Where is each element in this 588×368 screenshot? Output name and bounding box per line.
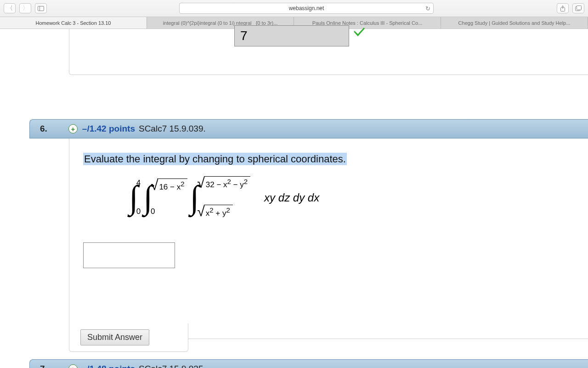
- question-number: 7.: [40, 364, 47, 368]
- question-6-body: Evaluate the integral by changing to sph…: [69, 138, 588, 339]
- outer-upper-limit: 4: [136, 178, 141, 188]
- share-button[interactable]: [557, 3, 569, 13]
- question-number: 6.: [40, 124, 47, 134]
- url-text: webassign.net: [289, 5, 324, 12]
- question-reference: SCalc7 15.9.035.: [139, 364, 206, 368]
- browser-toolbar: 〈 〉 webassign.net ↻: [0, 0, 588, 17]
- outer-lower-limit: 0: [136, 207, 141, 216]
- question-prompt: Evaluate the integral by changing to sph…: [83, 153, 347, 165]
- forward-button[interactable]: 〉: [19, 3, 31, 13]
- integral-expression: ∫ 4 0 ∫ √16 − x2 0 ∫: [129, 175, 574, 220]
- submit-answer-button[interactable]: Submit Answer: [80, 329, 149, 345]
- back-button[interactable]: 〈: [4, 3, 16, 13]
- sidebar-toggle-button[interactable]: [35, 3, 47, 13]
- tab-homework[interactable]: Homework Calc 3 - Section 13.10: [0, 17, 147, 29]
- middle-integral: ∫ √16 − x2 0: [143, 178, 187, 218]
- points-label: –/1.42 points: [82, 124, 135, 134]
- page-content: 7 6. + –/1.42 points SCalc7 15.9.039. Ev…: [0, 29, 588, 368]
- previous-answer-box[interactable]: 7: [234, 25, 349, 46]
- inner-lower-limit: √x2 + y2: [197, 205, 233, 218]
- reload-icon[interactable]: ↻: [425, 5, 430, 12]
- tab-chegg[interactable]: Chegg Study | Guided Solutions and Study…: [441, 17, 588, 29]
- question-6-header: 6. + –/1.42 points SCalc7 15.9.039.: [29, 119, 588, 138]
- correct-check-icon: [354, 27, 365, 39]
- question-reference: SCalc7 15.9.039.: [139, 124, 206, 134]
- question-7-header: 7. + –/1.48 points SCalc7 15.9.035.: [29, 359, 588, 368]
- tabs-button[interactable]: [572, 3, 584, 13]
- middle-lower-limit: 0: [151, 207, 155, 216]
- url-bar[interactable]: webassign.net ↻: [179, 3, 434, 14]
- inner-integral: ∫ √32 − x2 − y2 √x2 + y2: [190, 175, 251, 220]
- expand-button[interactable]: +: [68, 124, 78, 133]
- expand-button[interactable]: +: [68, 364, 78, 368]
- outer-integral: ∫ 4 0: [129, 178, 141, 218]
- browser-chrome: 〈 〉 webassign.net ↻ Homework Calc 3 - Se…: [0, 0, 588, 29]
- svg-marker-6: [354, 28, 365, 36]
- svg-rect-0: [38, 6, 44, 11]
- svg-rect-5: [577, 6, 582, 10]
- answer-input[interactable]: [83, 242, 175, 268]
- integrand: xy dz dy dx: [264, 191, 319, 204]
- inner-upper-limit: √32 − x2 − y2: [197, 176, 250, 190]
- middle-upper-limit: √16 − x2: [151, 178, 187, 192]
- submit-panel: Submit Answer: [69, 323, 188, 352]
- points-label: –/1.48 points: [82, 364, 135, 368]
